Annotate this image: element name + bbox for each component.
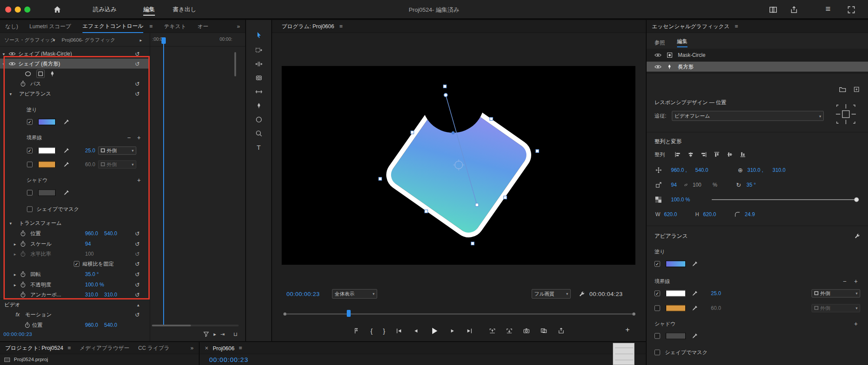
stopwatch-icon[interactable] [20,271,26,277]
eg-anchor-x[interactable]: 310.0 , [747,167,763,173]
playhead-handle[interactable] [161,37,166,44]
row-shape-rect[interactable]: ▾ シェイプ (長方形) ↺ [0,59,150,69]
stopwatch-icon[interactable] [24,322,30,328]
ripple-edit-tool[interactable] [251,58,266,69]
quick-export-icon[interactable] [790,6,798,14]
panel-menu-icon[interactable]: ≡ [339,23,343,30]
reset-icon[interactable]: ↺ [135,90,140,97]
twirl-icon[interactable]: ▸ [14,272,16,276]
fill-checkbox[interactable]: ✓ [27,119,33,125]
tab-project[interactable]: プロジェクト: Proj0524 [5,342,63,354]
lift-button[interactable] [489,328,496,334]
twirl-icon[interactable]: ▸ [14,282,16,287]
shadow-color-swatch[interactable] [38,189,56,196]
loop-icon[interactable]: ⇥ [220,331,225,337]
quality-dropdown[interactable]: フル画質 ▾ [532,289,571,299]
go-to-in-button[interactable] [396,328,402,334]
stopwatch-icon[interactable] [20,81,26,87]
tab-browse[interactable]: 参照 [654,39,665,46]
layer-row-mask-circle[interactable]: Mask-Circle [647,50,868,60]
workspace-menu-icon[interactable]: ≡ [825,4,831,14]
link-scale-icon[interactable] [683,182,689,187]
track-select-tool[interactable] [251,44,266,56]
selection-tool[interactable] [251,30,266,41]
close-tab-icon[interactable]: × [205,345,208,352]
eyedropper-icon[interactable] [692,305,698,311]
reset-icon[interactable]: ↺ [135,271,140,277]
eg-opacity-value[interactable]: 100.0 % [671,197,690,203]
ellipse-shape-icon[interactable] [24,70,32,77]
add-shadow-icon[interactable]: + [854,320,858,327]
fit-dropdown[interactable]: 全体表示 ▾ [332,289,377,299]
window-zoom-button[interactable] [24,7,30,13]
eg-stroke1-align-dropdown[interactable]: 外側 ▾ [812,289,860,297]
reset-icon[interactable]: ↺ [135,240,140,247]
source-graphic-value[interactable]: Proj0606- グラフィック [62,36,115,43]
reset-icon[interactable]: ↺ [135,260,140,267]
project-file-row[interactable]: Proj0524.prproj [0,354,199,365]
eye-icon[interactable] [9,61,16,66]
panel-menu-icon[interactable]: ≡ [239,345,242,351]
tab-source-none[interactable]: なし) [5,20,18,33]
eyedropper-icon[interactable] [63,148,69,154]
eg-stroke1-color-swatch[interactable] [666,290,686,296]
reset-icon[interactable]: ↺ [135,281,140,288]
reset-icon[interactable]: ↺ [135,291,140,298]
twirl-icon[interactable]: ▾ [3,51,5,56]
eg-width-value[interactable]: 620.0 [664,211,677,217]
add-stroke-icon[interactable]: + [137,134,141,141]
stroke2-checkbox[interactable] [27,161,33,167]
panel-menu-icon[interactable]: ≡ [149,23,153,30]
align-center-h-icon[interactable] [687,151,694,158]
reset-icon[interactable]: ↺ [135,50,140,57]
eg-fill-checkbox[interactable]: ✓ [654,261,660,266]
eg-scale-value[interactable]: 94 [671,182,677,188]
layer-row-rect[interactable]: 長方形 [647,62,868,72]
opacity-slider-track[interactable] [712,199,858,200]
pen-tool-icon[interactable] [49,70,56,77]
eg-anchor-y[interactable]: 310.0 [773,167,786,173]
anchor-y-value[interactable]: 310.0 [104,292,117,298]
eyedropper-icon[interactable] [63,190,69,196]
eyedropper-icon[interactable] [692,290,698,296]
align-right-icon[interactable] [700,151,707,158]
program-scrubber-track[interactable] [286,313,632,315]
play-button[interactable] [430,326,439,335]
eyedropper-icon[interactable] [63,119,69,125]
program-playhead[interactable] [347,310,351,317]
export-frame-button[interactable] [523,327,530,334]
eg-shadow-color-swatch[interactable] [666,332,686,339]
export-button[interactable] [558,327,565,334]
mask-with-shape-checkbox[interactable] [27,206,33,212]
eyedropper-icon[interactable] [692,261,698,267]
type-tool[interactable]: T [251,141,266,153]
rect-shape-icon[interactable] [36,69,45,78]
new-layer-icon[interactable] [853,86,860,92]
tab-edit[interactable]: 編集 [677,38,687,47]
source-chevron-icon[interactable]: ▾ [53,37,55,42]
settings-wrench-icon[interactable] [579,291,585,297]
stroke1-align-dropdown[interactable]: 外側 ▾ [98,146,136,155]
eg-position-y[interactable]: 540.0 [695,167,708,173]
motion-position-y[interactable]: 540.0 [104,322,117,328]
remove-stroke-icon[interactable]: − [127,134,131,141]
align-center-v-icon[interactable] [727,151,733,158]
go-to-out-button[interactable] [466,328,473,334]
ellipse-tool[interactable] [251,114,266,125]
eg-mask-checkbox[interactable] [654,349,660,355]
eye-icon[interactable] [9,51,16,56]
playhead-line[interactable] [163,43,164,326]
eg-stroke2-color-swatch[interactable] [666,305,686,311]
eg-stroke2-checkbox[interactable] [654,305,660,311]
pin-to-clip-widget[interactable] [833,102,858,127]
step-back-button[interactable] [413,328,419,334]
zoom-tool[interactable] [251,128,266,139]
menu-edit[interactable]: 編集 [143,6,155,16]
horizontal-scrollbar[interactable] [152,325,239,326]
eg-scale-linked-value[interactable]: 100 [693,182,701,188]
tab-text[interactable]: テキスト [164,20,186,33]
eg-stroke1-checkbox[interactable]: ✓ [654,290,660,296]
twirl-icon[interactable]: ▾ [3,61,5,66]
scrubber-left-handle[interactable] [283,312,286,316]
tab-lumetri-scopes[interactable]: Lumetri スコープ [30,20,71,33]
